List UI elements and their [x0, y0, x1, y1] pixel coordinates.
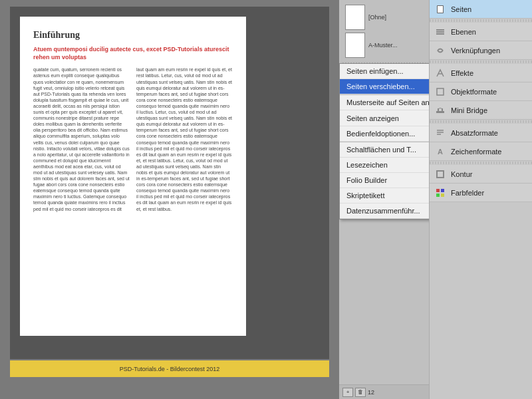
- mini-bridge-icon: [435, 105, 446, 116]
- pages-panel: [Ohne] A-Muster... A4 V ▼: [339, 0, 532, 399]
- svg-rect-13: [436, 194, 440, 197]
- menu-bedienfeldoptionen[interactable]: Bedienfeldoptionen...: [340, 126, 429, 142]
- svg-rect-14: [441, 194, 444, 197]
- menu-datenzusammenfuehr[interactable]: Datenzusammenführ...: [340, 203, 429, 219]
- menu-lesezeichen[interactable]: Lesezeichen: [340, 158, 429, 173]
- verknuepfungen-icon: [435, 45, 446, 56]
- document-area: Einführung Atuem quntemposi ducilig aute…: [10, 7, 329, 359]
- kontur-icon: [435, 169, 446, 180]
- panel-label-mini-bridge: Mini Bridge: [451, 106, 487, 114]
- menu-folio-builder[interactable]: Folio Builder: [340, 173, 429, 188]
- panel-label-effekte: Effekte: [451, 69, 473, 77]
- doc-body: quatate cum, quatum, serronem recienti o…: [33, 66, 233, 211]
- seiten-icon: [435, 4, 446, 15]
- panel-item-verknuepfungen[interactable]: Verknüpfungen: [430, 41, 532, 60]
- panel-item-farbfelder[interactable]: Farbfelder: [430, 184, 532, 202]
- page-count: 12: [368, 389, 374, 396]
- panel-item-kontur[interactable]: Kontur: [430, 165, 532, 184]
- delete-page-btn[interactable]: 🗑: [355, 388, 366, 397]
- farbfelder-icon: [435, 188, 446, 198]
- panel-item-mini-bridge[interactable]: Mini Bridge: [430, 101, 532, 120]
- panel-label-farbfelder: Farbfelder: [451, 189, 484, 197]
- context-menu[interactable]: Seiten einfügen... Seiten verschieben...…: [339, 63, 429, 219]
- right-panel: [Ohne] A-Muster... A4 V ▼: [339, 0, 532, 399]
- svg-rect-12: [441, 189, 444, 192]
- a-master-label: A-Muster...: [368, 42, 398, 49]
- absatzformate-icon: [435, 128, 446, 138]
- panel-item-ebenen[interactable]: Ebenen: [430, 23, 532, 41]
- divider-1: [430, 19, 532, 22]
- menu-seiten-verschieben[interactable]: Seiten verschieben...: [340, 79, 429, 94]
- panel-item-absatzformate[interactable]: Absatzformate: [430, 124, 532, 142]
- svg-rect-11: [436, 189, 440, 192]
- pages-nav: + 🗑 12: [339, 384, 429, 399]
- svg-rect-2: [436, 29, 444, 31]
- panel-sidebar: Seiten Ebenen: [429, 0, 532, 399]
- a-master-item[interactable]: A-Muster...: [342, 31, 426, 59]
- menu-musterseite[interactable]: Musterseite auf Seiten anwenden...: [340, 95, 429, 110]
- panel-label-absatzformate: Absatzformate: [451, 129, 498, 137]
- panel-label-seiten: Seiten: [451, 5, 471, 13]
- doc-body-col1: quatate cum, quatum, serronem recienti o…: [33, 67, 130, 199]
- svg-rect-3: [436, 31, 444, 33]
- effekte-icon: [435, 68, 446, 78]
- menu-skriptetikett[interactable]: Skriptetikett: [340, 188, 429, 203]
- panel-label-ebenen: Ebenen: [451, 28, 476, 36]
- master-pages-section: [Ohne] A-Muster...: [342, 3, 426, 59]
- add-page-btn[interactable]: +: [342, 388, 353, 397]
- panel-label-objektformate: Objektformate: [451, 88, 497, 96]
- objektformate-icon: [435, 86, 446, 97]
- divider-3: [430, 120, 532, 123]
- doc-title: Einführung: [33, 30, 233, 41]
- ebenen-icon: [435, 27, 446, 37]
- menu-seiten-einfuegen[interactable]: Seiten einfügen...: [340, 64, 429, 79]
- menu-seiten-anzeigen[interactable]: Seiten anzeigen ▶: [340, 110, 429, 126]
- left-panel: Einführung Atuem quntemposi ducilig aute…: [0, 0, 339, 399]
- svg-rect-5: [437, 88, 444, 95]
- bottom-bar: PSD-Tutorials.de - Bildercontest 2012: [10, 360, 329, 377]
- no-master-thumb: [345, 5, 365, 30]
- panel-label-kontur: Kontur: [451, 170, 472, 178]
- no-master-label: [Ohne]: [368, 14, 386, 21]
- menu-schaltflaechen[interactable]: Schaltflächen und T...: [340, 142, 429, 158]
- pages-thumbnails[interactable]: [Ohne] A-Muster... A4 V ▼: [339, 0, 429, 399]
- doc-subtitle: Atuem quntemposi ducilig autecte cus, ex…: [33, 46, 233, 61]
- no-master-item[interactable]: [Ohne]: [342, 3, 426, 31]
- panel-item-effekte[interactable]: Effekte: [430, 64, 532, 82]
- divider-4: [430, 162, 532, 164]
- bottom-bar-text: PSD-Tutorials.de - Bildercontest 2012: [120, 366, 220, 372]
- divider-2: [430, 61, 532, 63]
- svg-rect-1: [438, 6, 443, 13]
- panel-label-verknuepfungen: Verknüpfungen: [451, 47, 500, 55]
- panel-label-zeichenformate: Zeichenformate: [451, 148, 501, 156]
- panel-item-seiten[interactable]: Seiten: [430, 0, 532, 19]
- svg-text:A: A: [438, 148, 443, 156]
- zeichenformate-icon: A: [435, 146, 446, 157]
- svg-rect-10: [437, 171, 444, 178]
- svg-rect-4: [436, 33, 444, 35]
- panel-item-objektformate[interactable]: Objektformate: [430, 82, 532, 101]
- document-page: Einführung Atuem quntemposi ducilig aute…: [20, 17, 246, 336]
- panel-item-zeichenformate[interactable]: A Zeichenformate: [430, 142, 532, 161]
- svg-rect-6: [436, 111, 444, 113]
- a-master-thumb: [345, 33, 365, 58]
